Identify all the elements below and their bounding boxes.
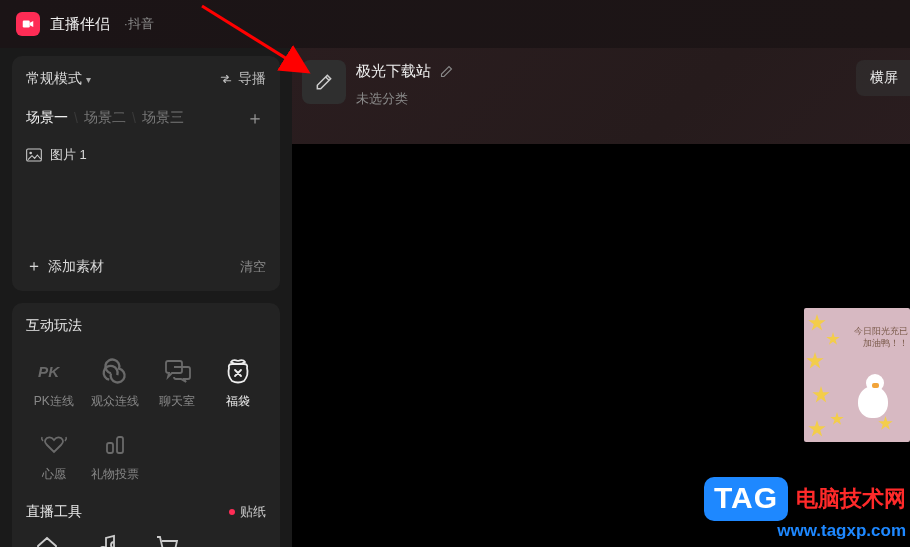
interactive-item-pk[interactable]: PK PK连线: [26, 349, 82, 416]
sticker-button[interactable]: 贴纸: [229, 503, 266, 521]
cart-icon[interactable]: [154, 533, 180, 547]
title-bar: 直播伴侣 ·抖音: [0, 0, 910, 48]
add-scene-button[interactable]: ＋: [244, 106, 266, 130]
interactive-title: 互动玩法: [26, 317, 266, 335]
svg-rect-5: [117, 437, 123, 453]
interactive-item-audience[interactable]: 观众连线: [88, 349, 144, 416]
sticker-label: 贴纸: [240, 503, 266, 521]
app-title: 直播伴侣: [50, 15, 110, 34]
svg-rect-4: [107, 443, 113, 453]
home-icon[interactable]: [34, 533, 60, 547]
interactive-item-wish[interactable]: 心愿: [26, 422, 82, 489]
watermark-cn: 电脑技术网: [796, 484, 906, 514]
edit-icon: [314, 72, 334, 92]
overlay-image[interactable]: 今日阳光充已 加油鸭！！: [804, 308, 910, 442]
source-item-image[interactable]: 图片 1: [26, 146, 266, 164]
overlay-text: 今日阳光充已 加油鸭！！: [854, 326, 908, 349]
interactive-label: 观众连线: [91, 393, 139, 410]
scene-tab-3[interactable]: 场景三: [142, 109, 184, 127]
swap-icon: [219, 72, 233, 86]
interactive-panel: 互动玩法 PK PK连线 观众连线: [12, 303, 280, 547]
svg-rect-0: [23, 21, 30, 28]
separator: \: [132, 110, 136, 126]
image-icon: [26, 148, 42, 162]
watermark-badge: TAG: [704, 477, 788, 521]
guide-label: 导播: [238, 70, 266, 88]
plus-icon: ＋: [26, 256, 42, 277]
clear-button[interactable]: 清空: [240, 258, 266, 276]
interactive-item-luckybag[interactable]: 福袋: [211, 349, 267, 416]
interactive-label: 福袋: [226, 393, 250, 410]
interactive-label: 礼物投票: [91, 466, 139, 483]
stream-title: 极光下载站: [356, 62, 431, 81]
watermark-url: www.tagxp.com: [777, 521, 906, 541]
chevron-down-icon: ▾: [86, 74, 91, 85]
content-area: 极光下载站 未选分类 横屏 今日阳光充已 加油鸭！！: [292, 48, 910, 547]
sidebar: 常规模式 ▾ 导播 场景一 \ 场景二 \ 场景三 ＋ 图片 1: [0, 48, 292, 547]
notification-dot-icon: [229, 509, 235, 515]
svg-text:PK: PK: [38, 363, 60, 380]
tools-title: 直播工具: [26, 503, 82, 521]
scene-tab-2[interactable]: 场景二: [84, 109, 126, 127]
pk-icon: PK: [38, 355, 70, 387]
watermark: TAG 电脑技术网 www.tagxp.com: [704, 477, 906, 541]
link-icon: [99, 355, 131, 387]
stream-category[interactable]: 未选分类: [356, 90, 408, 108]
mode-select[interactable]: 常规模式 ▾: [26, 70, 91, 88]
scene-tabs: 场景一 \ 场景二 \ 场景三 ＋: [26, 106, 266, 130]
wish-icon: [38, 428, 70, 460]
music-icon[interactable]: [94, 533, 120, 547]
bag-icon: [222, 355, 254, 387]
orientation-label: 横屏: [870, 69, 898, 87]
svg-point-2: [29, 152, 32, 155]
edit-title-button[interactable]: [439, 64, 454, 79]
interactive-label: 聊天室: [159, 393, 195, 410]
guide-button[interactable]: 导播: [219, 70, 266, 88]
source-item-label: 图片 1: [50, 146, 87, 164]
app-subtitle: ·抖音: [124, 15, 154, 33]
add-source-label: 添加素材: [48, 258, 104, 276]
interactive-label: PK连线: [34, 393, 74, 410]
separator: \: [74, 110, 78, 126]
interactive-item-chatroom[interactable]: 聊天室: [149, 349, 205, 416]
camera-icon: [21, 17, 35, 31]
interactive-label: 心愿: [42, 466, 66, 483]
scene-tab-1[interactable]: 场景一: [26, 109, 68, 127]
orientation-button[interactable]: 横屏: [856, 60, 910, 96]
cover-edit-button[interactable]: [302, 60, 346, 104]
duck-illustration: [852, 370, 894, 420]
scenes-panel: 常规模式 ▾ 导播 场景一 \ 场景二 \ 场景三 ＋ 图片 1: [12, 56, 280, 291]
mode-label: 常规模式: [26, 70, 82, 88]
app-logo: [16, 12, 40, 36]
add-source-button[interactable]: ＋ 添加素材: [26, 256, 104, 277]
chat-icon: [161, 355, 193, 387]
interactive-item-giftvote[interactable]: 礼物投票: [88, 422, 144, 489]
vote-icon: [99, 428, 131, 460]
